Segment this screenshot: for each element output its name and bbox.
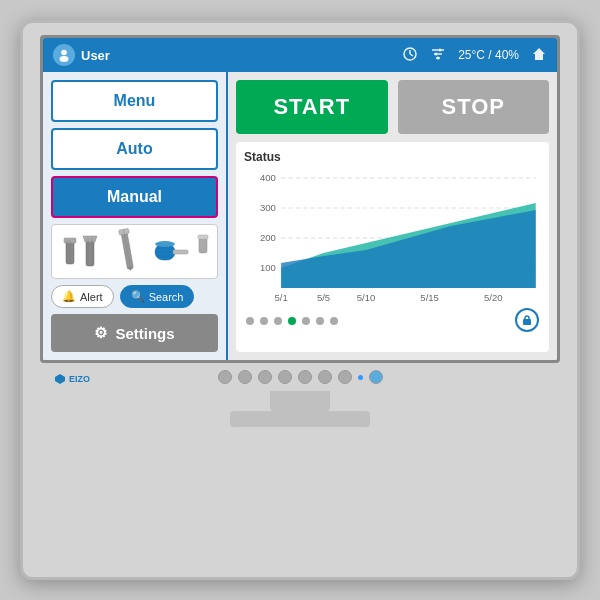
auto-button[interactable]: Auto (51, 128, 218, 170)
header-bar: User (43, 38, 557, 72)
user-icon (53, 44, 75, 66)
header-right: 25°C / 40% (402, 46, 547, 65)
svg-marker-11 (533, 48, 545, 60)
svg-rect-47 (523, 319, 531, 325)
svg-rect-29 (173, 250, 188, 254)
svg-point-0 (61, 50, 67, 56)
dot-3[interactable] (274, 317, 282, 325)
dot-5[interactable] (302, 317, 310, 325)
start-stop-row: START STOP (236, 80, 549, 134)
home-icon[interactable] (531, 46, 547, 65)
chart-area: Status 400 300 200 (236, 142, 549, 352)
lock-icon[interactable] (515, 308, 539, 332)
alert-bell-icon: 🔔 (62, 290, 76, 303)
svg-rect-31 (198, 235, 208, 239)
screen: User (43, 38, 557, 360)
control-btn-4[interactable] (278, 370, 292, 384)
stand-neck (270, 391, 330, 411)
search-label: Search (149, 291, 184, 303)
control-btn-7[interactable] (338, 370, 352, 384)
left-panel: Menu Auto Manual (43, 72, 228, 360)
header-left: User (53, 44, 402, 66)
user-label: User (81, 48, 110, 63)
settings-button[interactable]: ⚙ Settings (51, 314, 218, 352)
right-panel: START STOP Status (228, 72, 557, 360)
control-btn-3[interactable] (258, 370, 272, 384)
main-content: Menu Auto Manual (43, 72, 557, 360)
svg-point-25 (155, 241, 175, 247)
svg-text:100: 100 (260, 263, 276, 273)
svg-text:300: 300 (260, 203, 276, 213)
dot-6[interactable] (316, 317, 324, 325)
chart-svg-container: 400 300 200 100 5/1 5/5 (244, 168, 541, 308)
svg-text:5/15: 5/15 (420, 293, 439, 303)
svg-point-1 (60, 56, 69, 62)
start-button[interactable]: START (236, 80, 388, 134)
alert-button[interactable]: 🔔 Alert (51, 285, 114, 308)
menu-button[interactable]: Menu (51, 80, 218, 122)
alert-search-row: 🔔 Alert 🔍 Search (51, 285, 218, 308)
svg-text:5/20: 5/20 (484, 293, 503, 303)
stand-base (230, 411, 370, 427)
svg-text:200: 200 (260, 233, 276, 243)
dots-row (246, 313, 338, 327)
dot-4-active[interactable] (288, 317, 296, 325)
monitor-bottom-area: EIZO (40, 363, 560, 427)
clock-icon[interactable] (402, 46, 418, 65)
svg-text:5/10: 5/10 (357, 293, 376, 303)
screen-bezel: User (40, 35, 560, 363)
dot-7[interactable] (330, 317, 338, 325)
screws-image (51, 224, 218, 279)
control-btn-2[interactable] (238, 370, 252, 384)
temp-label: 25°C / 40% (458, 48, 519, 62)
svg-marker-48 (55, 374, 65, 384)
svg-point-8 (439, 48, 442, 51)
settings-gear-icon: ⚙ (94, 324, 107, 342)
manual-button[interactable]: Manual (51, 176, 218, 218)
svg-text:5/5: 5/5 (317, 293, 330, 303)
filter-icon[interactable] (430, 46, 446, 65)
eizo-logo: EIZO (69, 374, 90, 384)
search-button[interactable]: 🔍 Search (120, 285, 195, 308)
chart-title: Status (244, 150, 541, 164)
svg-marker-41 (281, 210, 536, 288)
settings-label: Settings (115, 325, 174, 342)
svg-point-9 (435, 52, 438, 55)
svg-text:5/1: 5/1 (274, 293, 287, 303)
svg-marker-17 (83, 236, 97, 242)
power-indicator (358, 375, 363, 380)
power-button[interactable] (369, 370, 383, 384)
monitor: User (20, 20, 580, 580)
svg-text:400: 400 (260, 173, 276, 183)
alert-label: Alert (80, 291, 103, 303)
control-btn-6[interactable] (318, 370, 332, 384)
svg-line-4 (410, 54, 413, 56)
svg-point-10 (437, 56, 440, 59)
control-btn-5[interactable] (298, 370, 312, 384)
dot-2[interactable] (260, 317, 268, 325)
stop-button[interactable]: STOP (398, 80, 550, 134)
dot-1[interactable] (246, 317, 254, 325)
search-icon: 🔍 (131, 290, 145, 303)
chart-bottom-row (244, 308, 541, 332)
monitor-front-bottom: EIZO (40, 363, 560, 391)
control-btn-1[interactable] (218, 370, 232, 384)
svg-rect-30 (199, 237, 207, 253)
